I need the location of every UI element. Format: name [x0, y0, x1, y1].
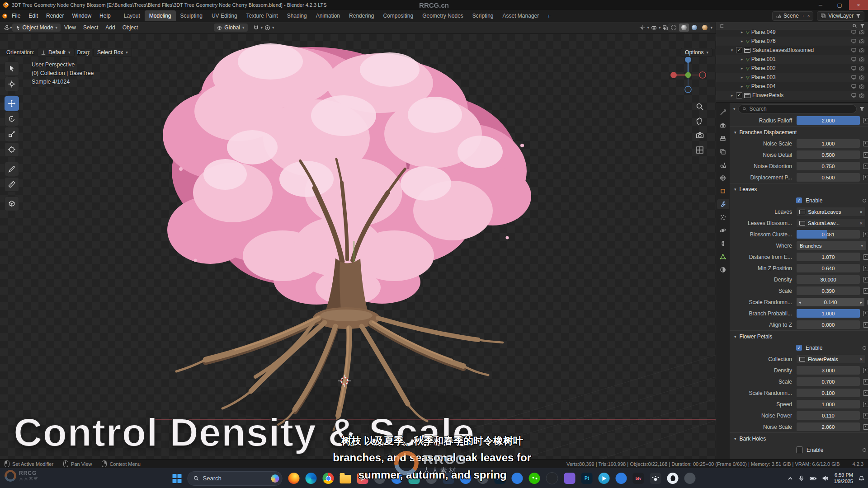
disable-in-renders-icon[interactable]: [859, 93, 864, 98]
gizmo-chevron-icon[interactable]: ▾: [647, 25, 649, 30]
attribute-input-icon[interactable]: [863, 141, 868, 146]
section-bark-holes[interactable]: ▾Bark Holes: [730, 432, 868, 444]
scene-properties-tab[interactable]: [717, 160, 729, 170]
snap-magnet-icon[interactable]: [253, 25, 259, 31]
menu-object[interactable]: Object: [119, 24, 142, 31]
section-leaves[interactable]: ▾Leaves: [730, 183, 868, 195]
min-z-position-field[interactable]: 0.640: [796, 263, 860, 273]
zoom-icon[interactable]: [695, 102, 704, 111]
view-layer-selector[interactable]: ViewLayer: [817, 11, 864, 21]
attribute-input-icon[interactable]: [863, 277, 868, 282]
workspace-tab-asset-manager[interactable]: Asset Manager: [498, 10, 544, 21]
tool-properties-tab[interactable]: [717, 108, 729, 117]
section-branches-displacement[interactable]: ▾Branches Displacement: [730, 126, 868, 138]
attribute-input-icon[interactable]: [863, 152, 868, 158]
disable-in-renders-icon[interactable]: [859, 30, 864, 34]
attribute-input-icon[interactable]: [863, 413, 868, 418]
blossom-cluste-slider[interactable]: 0.481: [796, 230, 860, 239]
shading-solid-button[interactable]: [679, 23, 689, 32]
physics-properties-tab[interactable]: [717, 225, 729, 235]
outliner-row-plane-004[interactable]: ▸▽Plane.004: [716, 82, 868, 91]
outliner-editor-icon[interactable]: [719, 23, 724, 28]
close-button[interactable]: ×: [849, 0, 868, 10]
collapse-icon[interactable]: ▾: [734, 130, 736, 135]
chrome-icon[interactable]: [323, 473, 334, 484]
distance-from-e-field[interactable]: 1.070: [796, 252, 860, 262]
app-icon-20[interactable]: [616, 473, 627, 484]
attribute-input-icon[interactable]: [863, 368, 868, 373]
noise-power-field[interactable]: 0.110: [796, 411, 860, 420]
firefox-icon[interactable]: [288, 473, 300, 484]
enable-checkbox[interactable]: [796, 446, 803, 453]
xray-toggle-icon[interactable]: [662, 25, 668, 31]
pt-icon[interactable]: Pt: [581, 473, 593, 484]
unlink-icon[interactable]: ×: [859, 221, 863, 226]
annotate-tool-button[interactable]: [5, 162, 19, 176]
workspace-tab-animation[interactable]: Animation: [311, 10, 344, 21]
properties-filter-icon[interactable]: [859, 107, 864, 112]
section-flower-petals[interactable]: ▾Flower Petals: [730, 330, 868, 342]
attribute-input-icon[interactable]: [863, 390, 868, 396]
workspace-tab-geometry-nodes[interactable]: Geometry Nodes: [418, 10, 468, 21]
attribute-input-icon[interactable]: [863, 118, 868, 123]
proportional-editing-icon[interactable]: [264, 25, 270, 31]
view-layer-properties-tab[interactable]: [717, 147, 729, 157]
taskbar-clock[interactable]: 6:59 PM 1/9/2025: [834, 472, 853, 484]
navigation-gizmo[interactable]: [666, 53, 710, 97]
unlink-icon[interactable]: ×: [859, 357, 863, 362]
expand-icon[interactable]: ▸: [730, 93, 734, 98]
scale-field[interactable]: 0.700: [796, 377, 860, 386]
btv-icon[interactable]: btv: [633, 473, 644, 484]
workspace-tab-texture-paint[interactable]: Texture Paint: [242, 10, 283, 21]
speed-field[interactable]: 1.000: [796, 399, 860, 409]
orientation-dropdown[interactable]: Default ▾: [37, 48, 75, 57]
workspace-tab-rendering[interactable]: Rendering: [344, 10, 378, 21]
menu-add[interactable]: Add: [102, 24, 118, 31]
tray-chevron-icon[interactable]: [788, 476, 793, 481]
app-icon-24[interactable]: [684, 473, 696, 484]
attribute-input-icon[interactable]: [863, 288, 868, 294]
attribute-input-icon[interactable]: [863, 311, 868, 316]
hide-in-viewport-icon[interactable]: [851, 84, 856, 89]
hide-in-viewport-icon[interactable]: [851, 48, 856, 52]
properties-search-input[interactable]: Search: [738, 104, 857, 113]
workspace-tab-layout[interactable]: Layout: [119, 10, 145, 21]
attribute-input-icon[interactable]: [863, 254, 868, 260]
material-properties-tab[interactable]: [717, 265, 729, 275]
disable-in-renders-icon[interactable]: [859, 57, 864, 61]
menu-window[interactable]: Window: [68, 13, 95, 19]
output-properties-tab[interactable]: [717, 134, 729, 144]
workspace-tab-modeling[interactable]: Modeling: [145, 10, 176, 21]
attribute-input-icon[interactable]: [863, 164, 868, 169]
show-overlays-icon[interactable]: [651, 25, 657, 31]
volume-icon[interactable]: [822, 475, 828, 481]
outliner-row-plane-002[interactable]: ▸▽Plane.002: [716, 64, 868, 73]
expand-icon[interactable]: ▸: [740, 57, 744, 61]
expand-icon[interactable]: ▸: [740, 75, 744, 80]
workspace-tab-uv-editing[interactable]: UV Editing: [207, 10, 242, 21]
displacement-p-field[interactable]: 0.500: [796, 173, 860, 182]
editor-type-icon[interactable]: [4, 24, 10, 31]
outliner-row-sakuraleavesblossomed[interactable]: ▾✓SakuraLeavesBlossomed: [716, 46, 868, 55]
app-menu-icon[interactable]: [2, 13, 8, 19]
battery-icon[interactable]: [810, 476, 816, 481]
add-workspace-button[interactable]: +: [543, 13, 554, 19]
disable-in-renders-icon[interactable]: [859, 84, 864, 89]
rotate-tool-button[interactable]: [5, 112, 19, 126]
outliner-row-plane-049[interactable]: ▸▽Plane.049: [716, 28, 868, 37]
collapse-icon[interactable]: ▾: [734, 436, 736, 441]
constraints-properties-tab[interactable]: [717, 239, 729, 249]
scale-randomn-field[interactable]: ◂0.140▸: [796, 297, 865, 307]
menu-render[interactable]: Render: [42, 13, 68, 19]
menu-file[interactable]: File: [8, 13, 24, 19]
modifiers-properties-tab[interactable]: [717, 199, 729, 209]
collection-checkbox[interactable]: ✓: [736, 92, 742, 99]
attribute-input-icon[interactable]: [863, 402, 868, 407]
shading-rendered-button[interactable]: [700, 23, 710, 32]
workspace-tab-compositing[interactable]: Compositing: [378, 10, 418, 21]
snap-chevron-icon[interactable]: ▾: [261, 25, 263, 30]
expand-icon[interactable]: ▸: [740, 66, 744, 70]
leaves-object-field[interactable]: SakuraLeaves×: [796, 207, 866, 216]
collection-checkbox[interactable]: ✓: [736, 47, 742, 53]
taskbar-search-input[interactable]: Search: [188, 471, 283, 486]
